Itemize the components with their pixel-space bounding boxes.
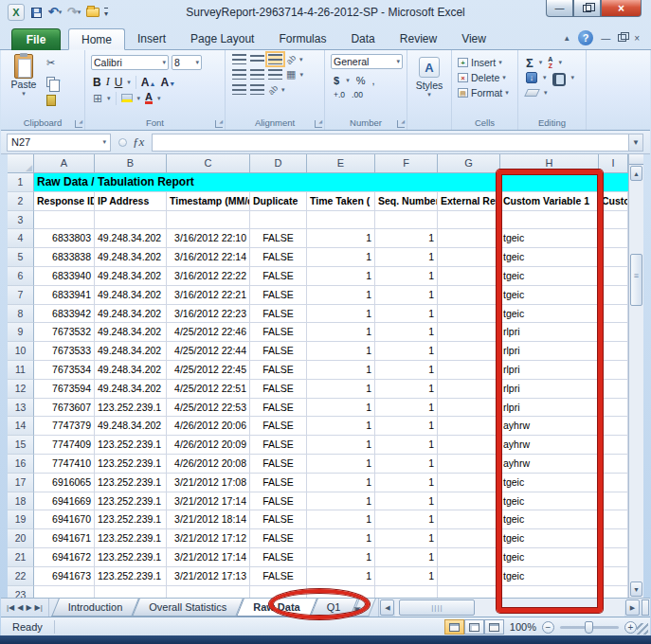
cell[interactable] xyxy=(599,323,628,342)
font-dialog-launcher-icon[interactable] xyxy=(215,120,223,128)
comma-button[interactable]: , xyxy=(371,75,374,86)
cell[interactable] xyxy=(438,492,500,511)
cell[interactable]: 6833942 xyxy=(34,305,95,324)
row-header-23[interactable]: 23 xyxy=(8,586,34,598)
cell[interactable]: 3/21/2012 17:12 xyxy=(167,529,250,548)
cell[interactable]: 4/25/2012 22:45 xyxy=(167,361,250,380)
cell[interactable] xyxy=(599,267,628,286)
cell[interactable]: 3/16/2012 22:14 xyxy=(167,248,250,267)
cell[interactable] xyxy=(438,286,500,305)
cell[interactable]: 3/16/2012 22:21 xyxy=(167,286,250,305)
cell[interactable]: 123.252.239.1 xyxy=(95,529,167,548)
cell[interactable] xyxy=(438,417,500,436)
fill-color-button[interactable] xyxy=(121,94,133,102)
italic-button[interactable]: I xyxy=(106,75,110,89)
cell[interactable]: FALSE xyxy=(250,510,307,529)
tab-data[interactable]: Data xyxy=(338,28,387,50)
column-header-B[interactable]: B xyxy=(95,154,167,173)
shrink-font-button[interactable]: A▼ xyxy=(160,76,175,89)
cell[interactable]: 1 xyxy=(307,305,375,324)
scroll-left-icon[interactable]: ◀ xyxy=(380,599,394,616)
insert-cells-button[interactable]: +Insert▾ xyxy=(458,55,514,70)
cell[interactable]: 3/21/2012 18:14 xyxy=(167,510,250,529)
cell[interactable]: 6941672 xyxy=(34,548,95,567)
cell[interactable]: 6833941 xyxy=(34,286,95,305)
vertical-scrollbar[interactable]: ▲ ▼ xyxy=(628,154,643,598)
select-all-corner[interactable] xyxy=(8,154,34,173)
cell[interactable]: 123.252.239.1 xyxy=(95,510,167,529)
cell[interactable]: 3/21/2012 17:14 xyxy=(167,492,250,511)
workbook-minimize-button[interactable]: — xyxy=(601,33,610,44)
fill-color-dropdown-icon[interactable]: ▾ xyxy=(137,95,141,102)
field-header-cell[interactable]: Timestamp (MM/dd xyxy=(167,192,250,211)
cell[interactable]: 123.252.239.1 xyxy=(95,548,167,567)
decrease-indent-button[interactable] xyxy=(232,84,246,95)
cell[interactable]: 1 xyxy=(375,286,438,305)
cell[interactable]: 1 xyxy=(307,417,375,436)
cell[interactable]: 6941670 xyxy=(34,510,95,529)
cell[interactable] xyxy=(34,211,95,230)
cell[interactable] xyxy=(375,586,438,598)
close-button[interactable]: × xyxy=(601,0,642,17)
sort-filter-button[interactable]: AZ xyxy=(548,56,552,69)
row-header-19[interactable]: 19 xyxy=(8,510,34,529)
cell[interactable] xyxy=(307,211,375,230)
cell[interactable] xyxy=(599,248,628,267)
cell[interactable]: 7673532 xyxy=(34,323,95,342)
insert-function-button[interactable]: ƒx xyxy=(133,134,144,150)
cell[interactable]: 7747409 xyxy=(34,436,95,455)
cell[interactable]: 3/21/2012 17:08 xyxy=(167,474,250,492)
cell[interactable]: 1 xyxy=(375,399,438,418)
workbook-close-button[interactable]: × xyxy=(634,33,640,44)
cell[interactable]: 49.248.34.202 xyxy=(95,417,167,436)
cell[interactable] xyxy=(599,436,628,455)
cell[interactable]: 7673534 xyxy=(34,361,95,380)
cell[interactable]: 4/25/2012 22:46 xyxy=(167,323,250,342)
grow-font-button[interactable]: A▲ xyxy=(141,76,156,89)
increase-decimal-button[interactable]: +.0 xyxy=(334,90,345,99)
cell[interactable]: 1 xyxy=(307,510,375,529)
cell[interactable] xyxy=(599,492,628,511)
cell[interactable]: 1 xyxy=(307,436,375,455)
cell[interactable]: 6916065 xyxy=(34,474,95,492)
cell[interactable]: 49.248.34.202 xyxy=(95,286,167,305)
cell[interactable] xyxy=(599,342,628,361)
cell[interactable]: 1 xyxy=(307,323,375,342)
cell[interactable]: 1 xyxy=(375,455,438,474)
cell[interactable] xyxy=(438,436,500,455)
cell[interactable]: 1 xyxy=(375,510,438,529)
cell[interactable]: FALSE xyxy=(250,529,307,548)
copy-button[interactable]: ▾ xyxy=(46,75,61,88)
row-header-22[interactable]: 22 xyxy=(8,567,34,586)
cell[interactable]: 1 xyxy=(375,567,438,586)
row-header-12[interactable]: 12 xyxy=(8,380,34,399)
row-header-3[interactable]: 3 xyxy=(8,211,34,230)
find-select-button[interactable] xyxy=(552,73,566,82)
row-header-18[interactable]: 18 xyxy=(8,492,34,511)
bold-button[interactable]: B xyxy=(93,76,101,89)
cell[interactable] xyxy=(599,586,628,598)
column-header-F[interactable]: F xyxy=(375,154,438,173)
cell[interactable]: 4/25/2012 22:53 xyxy=(167,399,250,418)
cell[interactable] xyxy=(599,229,628,248)
tab-formulas[interactable]: Formulas xyxy=(266,28,338,50)
cell[interactable]: 49.248.34.202 xyxy=(95,267,167,286)
cell[interactable]: 49.248.34.202 xyxy=(95,229,167,248)
cell[interactable]: 1 xyxy=(375,323,438,342)
expand-formula-bar-button[interactable]: ▼ xyxy=(628,134,643,152)
cell[interactable]: 49.248.34.202 xyxy=(95,342,167,361)
cell[interactable]: 3/21/2012 17:13 xyxy=(167,567,250,586)
number-format-combo[interactable]: General▾ xyxy=(331,54,403,69)
cell[interactable] xyxy=(438,211,500,230)
decrease-decimal-button[interactable]: .00 xyxy=(352,90,363,99)
cell[interactable]: 1 xyxy=(375,229,438,248)
cell[interactable]: 1 xyxy=(307,286,375,305)
cell[interactable]: 1 xyxy=(307,267,375,286)
cell[interactable]: 1 xyxy=(375,305,438,324)
tab-review[interactable]: Review xyxy=(388,28,449,50)
fill-dropdown-icon[interactable]: ▾ xyxy=(543,74,547,81)
font-color-button[interactable]: A xyxy=(145,92,153,104)
merge-center-button[interactable]: ▦ xyxy=(286,68,296,80)
cell[interactable]: 123.252.239.1 xyxy=(95,567,167,586)
row-header-20[interactable]: 20 xyxy=(8,529,34,548)
